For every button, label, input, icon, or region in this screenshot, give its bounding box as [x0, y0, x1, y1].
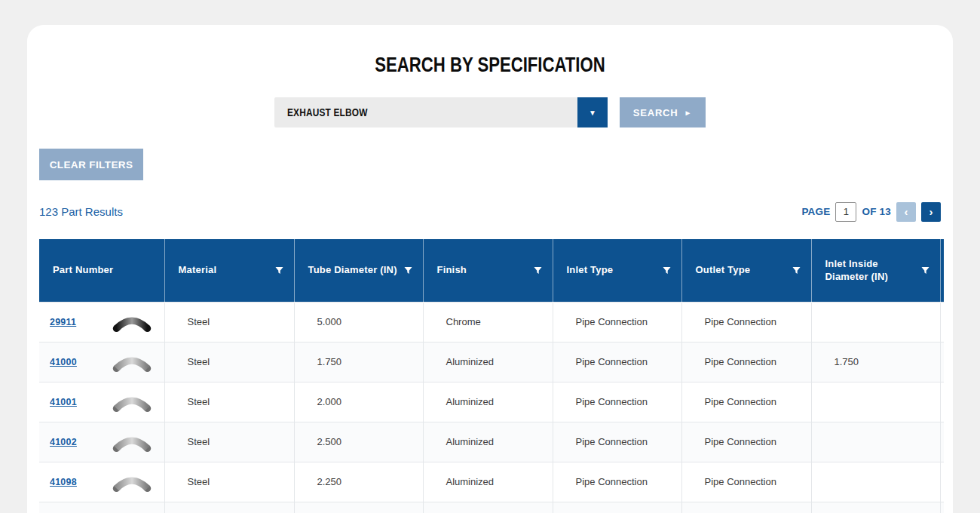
- parts-table-container: Part Number Material Tube Diameter (IN) …: [39, 239, 944, 513]
- part-number-link[interactable]: 41001: [50, 396, 77, 407]
- inlet-inside-diameter-cell: [811, 422, 940, 462]
- inlet-type-cell: Pipe Connection: [553, 302, 681, 342]
- material-cell: Steel: [164, 462, 294, 502]
- inlet-type-cell: Pipe Connection: [553, 462, 681, 502]
- part-thumbnail[interactable]: [110, 312, 154, 333]
- column-header-part-number: Part Number: [39, 239, 164, 302]
- material-cell: Steel: [164, 382, 294, 422]
- outlet-type-cell: Pipe Connection: [681, 302, 811, 342]
- chevron-left-icon: ‹: [905, 206, 908, 217]
- filter-icon[interactable]: [403, 265, 414, 276]
- part-number-link[interactable]: 29911: [50, 316, 76, 327]
- finish-cell: Aluminized: [423, 462, 553, 502]
- tube-diameter-cell: 2.000: [294, 382, 423, 422]
- chevron-right-icon: ›: [929, 206, 933, 217]
- inlet-inside-diameter-cell: [811, 302, 940, 342]
- filter-icon[interactable]: [274, 265, 285, 276]
- part-thumbnail[interactable]: [110, 392, 154, 413]
- tube-diameter-cell: 1.750: [294, 342, 423, 382]
- search-button[interactable]: SEARCH ►: [620, 97, 706, 127]
- page-label: PAGE: [801, 206, 830, 217]
- finish-cell: Aluminized: [423, 382, 553, 422]
- filter-icon[interactable]: [532, 265, 544, 276]
- part-type-selected-value: EXHAUST ELBOW: [287, 106, 368, 118]
- results-count: 123 Part Results: [39, 205, 123, 218]
- tube-diameter-cell: 5.000: [294, 302, 423, 342]
- arrow-right-icon: ►: [684, 109, 693, 117]
- finish-cell: Aluminized: [423, 422, 553, 462]
- filter-icon[interactable]: [920, 265, 931, 276]
- next-page-button[interactable]: ›: [921, 202, 941, 222]
- search-button-label: SEARCH: [633, 107, 678, 118]
- page-total-label: OF 13: [862, 206, 891, 217]
- column-header-tube-diameter: Tube Diameter (IN): [294, 239, 423, 302]
- column-header-inlet-inside-diameter: Inlet Inside Diameter (IN): [811, 239, 940, 302]
- filter-icon[interactable]: [661, 265, 672, 276]
- column-header-clipped: [940, 239, 944, 302]
- search-bar: EXHAUST ELBOW ▼ SEARCH ►: [27, 97, 953, 127]
- inlet-type-cell: Pipe Connection: [553, 382, 681, 422]
- part-thumbnail[interactable]: [110, 472, 154, 493]
- part-number-link[interactable]: 41098: [50, 476, 77, 487]
- tube-diameter-cell: 2.500: [294, 422, 423, 462]
- part-type-select[interactable]: EXHAUST ELBOW ▼: [274, 97, 608, 127]
- column-header-outlet-type: Outlet Type: [681, 239, 811, 302]
- table-header-row: Part Number Material Tube Diameter (IN) …: [39, 239, 944, 302]
- inlet-type-cell: Pipe Connection: [553, 422, 681, 462]
- page-number-input[interactable]: [835, 202, 856, 222]
- inlet-inside-diameter-cell: [811, 382, 940, 422]
- material-cell: Steel: [164, 422, 294, 462]
- part-thumbnail[interactable]: [110, 352, 154, 373]
- outlet-type-cell: Pipe Connection: [681, 382, 811, 422]
- part-number-link[interactable]: 41000: [50, 356, 77, 367]
- select-dropdown-button[interactable]: ▼: [577, 97, 608, 127]
- table-row: 41098 Steel 2.250 Aluminized Pipe Connec…: [39, 462, 944, 502]
- table-row: 29911 Steel 5.000 Chrome Pipe Connection…: [39, 302, 944, 342]
- outlet-type-cell: Pipe Connection: [681, 422, 811, 462]
- page-title: SEARCH BY SPECIFICATION: [111, 53, 870, 77]
- clear-filters-button[interactable]: CLEAR FILTERS: [39, 149, 143, 180]
- results-toolbar: 123 Part Results PAGE OF 13 ‹ ›: [39, 201, 941, 222]
- part-number-link[interactable]: 41002: [50, 436, 77, 447]
- inlet-inside-diameter-cell: 1.750: [811, 342, 940, 382]
- finish-cell: Aluminized: [423, 342, 553, 382]
- tube-diameter-cell: 2.250: [294, 462, 423, 502]
- filter-icon[interactable]: [791, 265, 802, 276]
- part-thumbnail[interactable]: [110, 432, 154, 453]
- outlet-type-cell: Pipe Connection: [681, 342, 811, 382]
- search-results-panel: SEARCH BY SPECIFICATION EXHAUST ELBOW ▼ …: [27, 25, 953, 513]
- table-row: 41000 Steel 1.750 Aluminized Pipe Connec…: [39, 342, 944, 382]
- column-header-material: Material: [164, 239, 294, 302]
- table-row: 41001 Steel 2.000 Aluminized Pipe Connec…: [39, 382, 944, 422]
- parts-table: Part Number Material Tube Diameter (IN) …: [39, 239, 944, 513]
- inlet-type-cell: Pipe Connection: [553, 342, 681, 382]
- material-cell: Steel: [164, 302, 294, 342]
- prev-page-button[interactable]: ‹: [896, 202, 916, 222]
- inlet-inside-diameter-cell: [811, 462, 940, 502]
- chevron-down-icon: ▼: [589, 109, 596, 117]
- pagination: PAGE OF 13 ‹ ›: [801, 202, 941, 222]
- column-header-inlet-type: Inlet Type: [553, 239, 681, 302]
- table-row: 41002 Steel 2.500 Aluminized Pipe Connec…: [39, 422, 944, 462]
- table-row-partial: [39, 502, 944, 513]
- column-header-finish: Finish: [423, 239, 553, 302]
- finish-cell: Chrome: [423, 302, 553, 342]
- material-cell: Steel: [164, 342, 294, 382]
- outlet-type-cell: Pipe Connection: [681, 462, 811, 502]
